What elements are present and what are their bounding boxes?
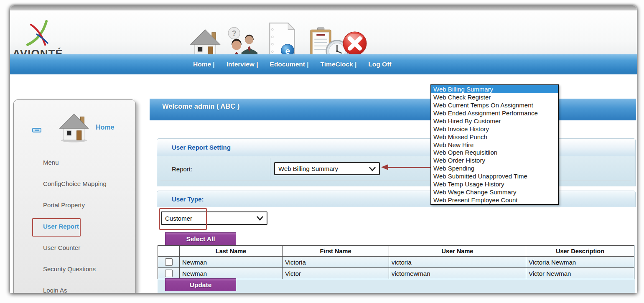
welcome-banner: Welcome admin ( ABC ) xyxy=(150,99,636,120)
collapse-icon[interactable] xyxy=(32,128,41,132)
dropdown-option[interactable]: Web Submitted Unapproved Time xyxy=(431,172,558,180)
chevron-down-icon xyxy=(369,166,376,171)
user-type-panel: User Type: xyxy=(157,191,636,207)
nav-logoff[interactable]: Log Off xyxy=(368,61,391,68)
checkbox-column-header xyxy=(158,246,180,257)
sidebar-item-menu[interactable]: Menu xyxy=(43,159,59,166)
annotation-arrow xyxy=(388,167,430,168)
dropdown-option[interactable]: Web Missed Punch xyxy=(431,133,558,141)
nav-interview[interactable]: Interview | xyxy=(227,61,258,68)
cell-user-description: Victoria Newman xyxy=(526,257,634,268)
sidebar: Home Menu ConfigChoice Mapping Portal Pr… xyxy=(13,99,136,293)
report-select-value: Web Billing Summary xyxy=(278,165,338,172)
table-row xyxy=(158,268,180,279)
sidebar-home-icon[interactable] xyxy=(57,111,91,144)
logo-swoosh-icon xyxy=(24,20,59,46)
report-dropdown-list: Web Billing Summary Web Check Register W… xyxy=(430,84,559,205)
col-first-name: First Name xyxy=(283,246,389,257)
sidebar-item-login-as[interactable]: Login As xyxy=(43,287,67,293)
report-select[interactable]: Web Billing Summary xyxy=(274,162,380,175)
sidebar-item-configchoice-mapping[interactable]: ConfigChoice Mapping xyxy=(43,180,107,187)
dropdown-option-selected[interactable]: Web Billing Summary xyxy=(431,85,558,93)
cell-first-name: Victor xyxy=(283,268,389,279)
dropdown-option[interactable]: Web New Hire xyxy=(431,141,558,149)
dropdown-option[interactable]: Web Open Requisitiion xyxy=(431,149,558,157)
dropdown-option[interactable]: Web Spending xyxy=(431,164,558,172)
dropdown-option[interactable]: Web Check Register xyxy=(431,93,558,101)
nav-timeclock[interactable]: TimeClock | xyxy=(321,61,357,68)
user-report-setting-body: Report: Web Billing Summary xyxy=(157,156,635,186)
dropdown-option[interactable]: Web Ended Assignment Performance xyxy=(431,109,558,117)
sidebar-item-user-counter[interactable]: User Counter xyxy=(43,244,80,251)
table-row xyxy=(158,257,180,268)
screenshot-canvas: AVIONTÉ ? xyxy=(0,0,644,303)
update-button[interactable]: Update xyxy=(165,278,236,291)
dropdown-option[interactable]: Web Wage Change Summary xyxy=(431,188,558,196)
user-type-select-value: Customer xyxy=(165,215,192,222)
user-report-setting-title: User Report Setting xyxy=(172,144,231,151)
divider xyxy=(270,158,270,179)
divider xyxy=(160,180,631,181)
window-top-edge xyxy=(10,5,637,10)
cell-last-name: Newman xyxy=(180,257,283,268)
chevron-down-icon xyxy=(256,216,264,221)
col-last-name: Last Name xyxy=(180,246,283,257)
sidebar-item-security-questions[interactable]: Security Questions xyxy=(43,265,96,272)
top-nav: Home | Interview | Edocument | TimeClock… xyxy=(10,54,637,74)
cell-user-description: Victor Newman xyxy=(526,268,634,279)
user-type-select[interactable]: Customer xyxy=(161,211,267,225)
welcome-text: Welcome admin ( ABC ) xyxy=(162,102,239,110)
dropdown-option[interactable]: Web Current Temps On Assignment xyxy=(431,101,558,109)
annotation-arrow-head xyxy=(381,164,388,170)
nav-edocument[interactable]: Edocument | xyxy=(270,61,309,68)
nav-home[interactable]: Home | xyxy=(193,61,215,68)
user-report-setting-panel: User Report Setting Report: Web Billing … xyxy=(157,138,636,186)
app-window: AVIONTÉ ? xyxy=(10,5,637,293)
cell-user-name: victoria xyxy=(389,257,526,268)
row-checkbox[interactable] xyxy=(165,258,173,266)
select-all-button[interactable]: Select All xyxy=(165,232,236,245)
sidebar-item-home[interactable]: Home xyxy=(96,124,114,131)
col-user-name: User Name xyxy=(389,246,526,257)
app-header: AVIONTÉ ? xyxy=(10,10,637,54)
sidebar-item-portal-property[interactable]: Portal Property xyxy=(43,201,85,209)
cell-first-name: Victoria xyxy=(283,257,389,268)
user-report-setting-header: User Report Setting xyxy=(157,139,635,156)
users-table: Last Name First Name User Name User Desc… xyxy=(158,245,634,279)
dropdown-option[interactable]: Web Temp Usage History xyxy=(431,180,558,188)
question-glyph: ? xyxy=(232,29,236,38)
dropdown-option[interactable]: Web Hired By Customer xyxy=(431,117,558,125)
report-label: Report: xyxy=(172,166,192,173)
cell-last-name: Newman xyxy=(180,268,283,279)
dropdown-option[interactable]: Web Order History xyxy=(431,156,558,164)
sidebar-item-user-report[interactable]: User Report xyxy=(43,223,79,230)
col-user-description: User Description xyxy=(526,246,634,257)
dropdown-option[interactable]: Web Invoice History xyxy=(431,125,558,133)
row-checkbox[interactable] xyxy=(165,270,173,277)
dropdown-option[interactable]: Web Present Employee Count xyxy=(431,196,558,204)
user-type-title: User Type: xyxy=(172,196,204,203)
cell-user-name: victornewman xyxy=(389,268,526,279)
